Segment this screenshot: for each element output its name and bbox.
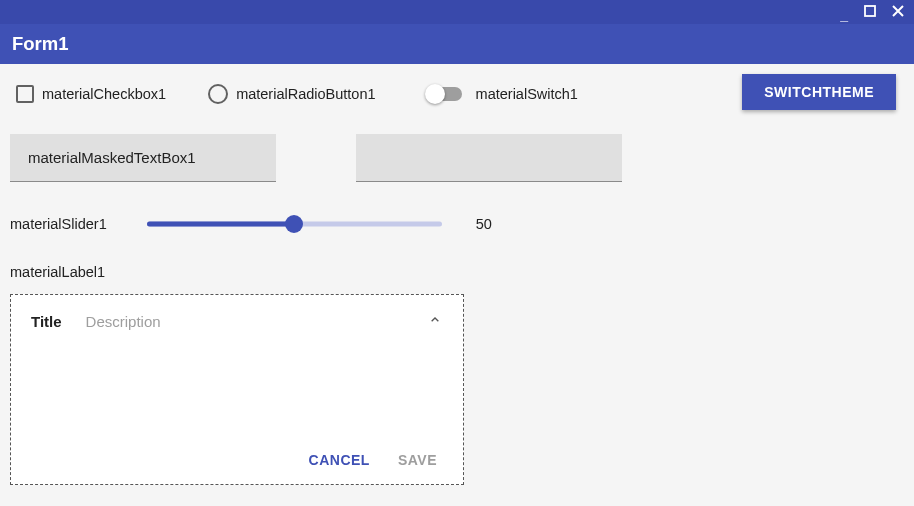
chevron-up-icon (427, 312, 443, 332)
material-radio-button[interactable]: materialRadioButton1 (208, 84, 375, 104)
material-switch[interactable]: materialSwitch1 (428, 86, 578, 102)
slider-value: 50 (476, 216, 492, 232)
form-title: Form1 (12, 33, 69, 55)
material-checkbox[interactable]: materialCheckbox1 (16, 85, 166, 103)
window-titlebar: _ (0, 0, 914, 24)
cancel-button[interactable]: CANCEL (309, 452, 370, 468)
window-close-button[interactable] (888, 3, 908, 21)
window-minimize-button[interactable]: _ (836, 6, 852, 24)
window-maximize-button[interactable] (860, 3, 880, 21)
form-content: materialCheckbox1 materialRadioButton1 m… (0, 64, 914, 506)
radio-label: materialRadioButton1 (236, 86, 375, 102)
panel-description: Description (86, 313, 161, 330)
masked-textbox-value: materialMaskedTextBox1 (28, 149, 196, 166)
expansion-panel: Title Description CANCEL SAVE (10, 294, 464, 485)
expansion-panel-body (11, 348, 463, 438)
slider-label: materialSlider1 (10, 216, 107, 232)
slider-thumb-icon (285, 215, 303, 233)
material-textbox-2[interactable] (356, 134, 622, 182)
textbox-row: materialMaskedTextBox1 (10, 134, 904, 182)
radio-icon (208, 84, 228, 104)
material-masked-textbox[interactable]: materialMaskedTextBox1 (10, 134, 276, 182)
save-button[interactable]: SAVE (398, 452, 437, 468)
checkbox-label: materialCheckbox1 (42, 86, 166, 102)
switch-theme-button[interactable]: SWITCHTHEME (742, 74, 896, 110)
material-slider[interactable] (147, 214, 442, 234)
slider-row: materialSlider1 50 (10, 214, 904, 234)
expansion-panel-actions: CANCEL SAVE (11, 438, 463, 484)
expansion-panel-header[interactable]: Title Description (11, 295, 463, 348)
panel-title: Title (31, 313, 62, 330)
checkbox-icon (16, 85, 34, 103)
switch-thumb-icon (425, 84, 445, 104)
slider-fill (147, 222, 295, 227)
app-header: Form1 (0, 24, 914, 64)
switch-track-icon (428, 87, 462, 101)
controls-row: materialCheckbox1 materialRadioButton1 m… (10, 76, 904, 112)
svg-rect-0 (865, 6, 875, 16)
material-label: materialLabel1 (10, 264, 904, 280)
switch-label: materialSwitch1 (476, 86, 578, 102)
